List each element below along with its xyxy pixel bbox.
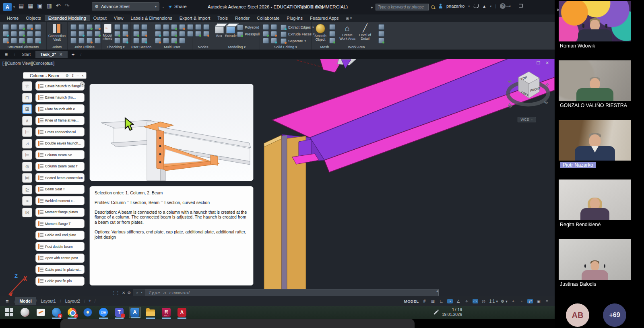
autodesk-caret-icon[interactable]: ▾ [490, 4, 491, 8]
connection-item[interactable]: Welded moment c... [35, 196, 85, 205]
overflow-count-avatar[interactable]: +69 [603, 303, 626, 327]
presspull-button[interactable]: Presspull [237, 31, 260, 37]
tool-icon[interactable] [171, 31, 177, 37]
panel-label[interactable]: Checking ▾ [101, 45, 130, 49]
tab-labels-dimensions[interactable]: Labels & Dimensions [127, 15, 176, 21]
polysolid-button[interactable]: Polysolid [237, 25, 260, 30]
connection-item[interactable]: Gable post fin plate wi... [35, 265, 85, 274]
taskbar-chrome[interactable]: P [66, 307, 78, 318]
tool-icon[interactable] [133, 31, 139, 37]
tool-icon[interactable] [70, 24, 76, 30]
meeting-control-dock[interactable] [60, 319, 415, 328]
taskbar-explorer[interactable] [144, 307, 157, 318]
share-button[interactable]: ➤ Share [168, 4, 187, 9]
category-icon[interactable]: ⊓ [22, 93, 32, 103]
connection-item[interactable]: Double eaves haunch... [35, 139, 85, 148]
tool-icon[interactable] [3, 38, 9, 43]
tool-icon[interactable] [19, 38, 25, 43]
taskbar-maps[interactable] [82, 307, 94, 318]
tool-icon[interactable] [378, 38, 384, 43]
grid-toggle-icon[interactable]: # [422, 299, 427, 303]
participant-tile[interactable]: Regita Bendikienė [559, 179, 631, 229]
taskbar-thunderbird[interactable]: 6 [50, 307, 62, 318]
panel-label[interactable]: Mesh [312, 45, 338, 49]
tool-icon[interactable] [35, 31, 41, 37]
connection-item[interactable]: Apex with centre post [35, 254, 85, 263]
tool-icon[interactable] [171, 24, 177, 30]
category-icon[interactable]: ⊢ [22, 127, 32, 137]
extract-edges-button[interactable]: Extract Edges▾ [281, 25, 315, 30]
avatar[interactable]: AB [566, 303, 589, 327]
tool-icon[interactable] [155, 31, 161, 37]
connection-vault-button[interactable]: Connection Vault [47, 22, 67, 42]
tool-icon[interactable] [141, 31, 147, 37]
participant-tile[interactable]: GONZALO VALIÑO RIESTRA [559, 60, 631, 109]
tab-layout2[interactable]: Layout2 [61, 297, 84, 305]
tool-icon[interactable] [11, 31, 17, 37]
tool-icon[interactable] [87, 31, 93, 37]
category-icon[interactable]: ⊵ [22, 185, 32, 194]
tab-plugins[interactable]: Plug-ins [283, 15, 306, 21]
user-icon[interactable] [438, 4, 443, 8]
command-prompt-icon[interactable]: >_▾ [133, 289, 145, 296]
tool-icon[interactable] [114, 38, 120, 43]
taskbar-whiteboard[interactable] [35, 307, 47, 318]
save-icon[interactable]: ▣ [37, 2, 42, 9]
new-layout-icon[interactable]: + [85, 298, 95, 304]
taskbar-acrobat[interactable]: Λ [176, 307, 188, 318]
separate-button[interactable]: Separate▾ [281, 38, 315, 44]
tool-icon[interactable] [27, 31, 33, 37]
panel-label[interactable]: Modeling ▾ [214, 45, 260, 49]
connection-item[interactable]: Seated beam connection [35, 173, 85, 182]
taskbar-advance-steel[interactable]: A [129, 307, 141, 318]
viewport[interactable]: [-][Custom View][Conceptual] ─ ❐ ✕ N E W… [0, 59, 555, 296]
tool-icon[interactable] [155, 24, 161, 30]
palette-settings-icon[interactable]: ⚙ [66, 74, 69, 78]
panel-label[interactable]: Joints [47, 45, 67, 49]
model-space-toggle[interactable]: MODEL [404, 299, 419, 303]
tool-icon[interactable] [95, 31, 101, 37]
tool-icon[interactable] [163, 38, 169, 43]
tool-icon[interactable] [163, 24, 169, 30]
tab-start[interactable]: Start [17, 51, 35, 58]
tool-icon[interactable] [11, 24, 17, 30]
tool-icon[interactable] [203, 24, 209, 30]
ribbon-display-toggle-icon[interactable]: ▣ ▾ [343, 16, 355, 20]
tool-icon[interactable] [271, 38, 277, 43]
app-menu-button[interactable]: A [3, 3, 12, 11]
connection-item[interactable]: Moment flange plates [35, 208, 85, 217]
tool-icon[interactable] [171, 38, 177, 43]
tab-model[interactable]: Model [15, 297, 35, 305]
tool-icon[interactable] [163, 31, 169, 37]
category-icon[interactable]: ≈ [22, 196, 32, 206]
tab-layout1[interactable]: Layout1 [37, 297, 60, 305]
tool-icon[interactable] [271, 31, 277, 37]
category-icon[interactable]: ∧ [22, 116, 32, 126]
tool-icon[interactable] [3, 31, 9, 37]
pen-icon[interactable] [433, 310, 438, 315]
panel-label[interactable]: User Section [130, 45, 152, 49]
connection-item[interactable]: Eaves haunch (fro... [35, 93, 85, 102]
tool-icon[interactable] [155, 38, 161, 43]
new-drawing-icon[interactable]: + [68, 52, 79, 58]
quick-properties-icon[interactable]: ⇄ [527, 299, 533, 303]
participant-tile[interactable]: Roman Wdowik [559, 1, 631, 50]
panel-label[interactable]: Work Area [338, 45, 375, 49]
tool-icon[interactable] [87, 24, 93, 30]
category-icon[interactable]: ⊠ [22, 208, 32, 217]
tool-icon[interactable] [133, 38, 139, 43]
category-column-beam[interactable]: ⊞ [22, 104, 32, 114]
column-web[interactable] [281, 135, 287, 296]
extrude-faces-button[interactable]: Extrude Faces▾ [281, 31, 315, 37]
clock[interactable]: 17:19 19.01.2026 [442, 307, 462, 318]
scroll-up-icon[interactable]: ▲ [436, 289, 439, 293]
panel-label[interactable]: Nodes [192, 45, 214, 49]
tool-icon[interactable] [78, 31, 85, 37]
connection-item[interactable]: Cross connection wi... [35, 127, 85, 136]
tool-icon[interactable] [78, 24, 85, 30]
participant-tile[interactable]: Piotr Nazarko [559, 120, 631, 169]
cart-icon[interactable] [473, 4, 479, 8]
tool-icon[interactable] [87, 38, 93, 43]
annotation-scale[interactable]: 1:1 ▾ [489, 299, 498, 303]
tool-icon[interactable] [141, 38, 147, 43]
